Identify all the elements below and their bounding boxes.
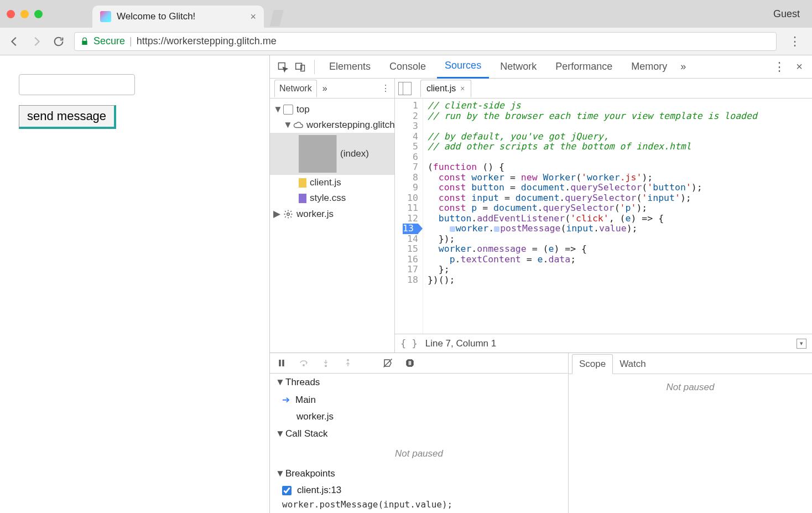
more-tabs-icon[interactable]: » xyxy=(680,61,686,72)
scroll-indicator-icon[interactable]: ▾ xyxy=(797,339,806,349)
editor-tab-label: client.js xyxy=(426,84,456,94)
code-area[interactable]: 123456789101112131415161718 // client-si… xyxy=(395,99,812,334)
more-nav-tabs-icon[interactable]: » xyxy=(322,84,327,94)
minimize-window-icon[interactable] xyxy=(20,10,29,18)
tab-performance[interactable]: Performance xyxy=(548,56,620,77)
thread-label: Main xyxy=(295,395,316,406)
svg-point-8 xyxy=(347,359,349,361)
reload-button[interactable] xyxy=(52,35,65,48)
threads-section[interactable]: ▼ Threads xyxy=(270,374,568,391)
close-window-icon[interactable] xyxy=(7,10,15,18)
tab-scope[interactable]: Scope xyxy=(572,354,613,374)
cursor-position: Line 7, Column 1 xyxy=(425,338,497,349)
thread-main[interactable]: ➔ Main xyxy=(270,391,568,408)
tab-network[interactable]: Network xyxy=(492,56,544,77)
svg-point-7 xyxy=(325,365,327,367)
new-tab-button[interactable] xyxy=(267,10,284,27)
svg-point-6 xyxy=(303,365,305,366)
chevron-down-icon: ▼ xyxy=(275,468,282,479)
browser-menu-icon[interactable]: ⋮ xyxy=(785,34,804,49)
breakpoint-code: worker.postMessage(input.value); xyxy=(270,498,568,513)
toolbar: Secure | https://workerstepping.glitch.m… xyxy=(0,28,812,55)
tree-label: (index) xyxy=(340,148,369,159)
device-toolbar-icon[interactable] xyxy=(293,60,308,74)
breakpoints-section[interactable]: ▼ Breakpoints xyxy=(270,465,568,483)
callstack-status: Not paused xyxy=(270,443,568,465)
debugger-left: ▼ Threads ➔ Main worker.js ▼ Call Stack … xyxy=(270,353,569,513)
cloud-icon xyxy=(293,120,303,130)
toggle-navigator-icon[interactable] xyxy=(398,82,412,95)
current-thread-icon: ➔ xyxy=(282,394,290,406)
thread-worker[interactable]: worker.js xyxy=(270,408,568,425)
line-gutter[interactable]: 123456789101112131415161718 xyxy=(395,99,423,334)
svg-point-3 xyxy=(287,213,290,215)
send-message-button[interactable]: send message xyxy=(19,105,116,129)
tab-memory[interactable]: Memory xyxy=(623,56,675,77)
editor-tabs: client.js × xyxy=(395,79,812,99)
breakpoint-entry[interactable]: client.js:13 xyxy=(270,483,568,498)
breakpoint-checkbox[interactable] xyxy=(282,486,292,495)
devtools-tabs: Elements Console Sources Network Perform… xyxy=(270,55,812,79)
breakpoint-file-label: client.js:13 xyxy=(297,485,341,496)
profile-label[interactable]: Guest xyxy=(773,8,800,20)
editor-tab-clientjs[interactable]: client.js × xyxy=(420,80,471,97)
tab-console[interactable]: Console xyxy=(382,56,434,77)
thread-label: worker.js xyxy=(296,411,334,422)
svg-rect-9 xyxy=(409,361,410,365)
debugger-toolbar xyxy=(270,353,568,374)
file-tree: ▼ top ▼ workerstepping.glitch (index) xyxy=(270,99,394,225)
section-label: Threads xyxy=(285,377,320,388)
document-icon xyxy=(299,135,337,173)
close-tab-icon[interactable]: × xyxy=(250,11,256,23)
step-over-icon xyxy=(298,357,310,369)
tree-worker[interactable]: ▶ worker.js xyxy=(270,206,394,222)
browser-tab[interactable]: Welcome to Glitch! × xyxy=(92,6,264,28)
debugger-right: Scope Watch Not paused xyxy=(569,353,812,513)
code-body[interactable]: // client-side js// run by the browser e… xyxy=(423,99,762,334)
pause-icon[interactable] xyxy=(275,357,288,369)
tree-file-index[interactable]: (index) xyxy=(270,133,394,175)
traffic-lights xyxy=(7,10,43,18)
favicon-icon xyxy=(100,11,111,22)
tab-watch[interactable]: Watch xyxy=(613,355,653,374)
message-input[interactable] xyxy=(19,74,135,95)
callstack-section[interactable]: ▼ Call Stack xyxy=(270,425,568,443)
tab-title: Welcome to Glitch! xyxy=(117,11,195,22)
address-bar[interactable]: Secure | https://workerstepping.glitch.m… xyxy=(74,32,777,51)
separator xyxy=(314,60,315,74)
page-content: send message xyxy=(0,55,270,513)
tree-file-stylecss[interactable]: style.css xyxy=(270,190,394,206)
pretty-print-icon[interactable]: { } xyxy=(400,338,418,349)
pause-on-exceptions-icon[interactable] xyxy=(404,357,416,369)
url-text: https://workerstepping.glitch.me xyxy=(137,35,277,47)
tab-elements[interactable]: Elements xyxy=(321,56,378,77)
tree-domain[interactable]: ▼ workerstepping.glitch xyxy=(270,117,394,133)
debugger-pane: ▼ Threads ➔ Main worker.js ▼ Call Stack … xyxy=(270,353,812,513)
tree-label: style.css xyxy=(310,193,346,204)
scope-status: Not paused xyxy=(569,374,812,398)
section-label: Call Stack xyxy=(285,428,328,439)
close-editor-tab-icon[interactable]: × xyxy=(460,84,465,93)
window-titlebar: Welcome to Glitch! × Guest xyxy=(0,0,812,28)
back-button[interactable] xyxy=(8,35,21,48)
chevron-right-icon: ▶ xyxy=(273,208,280,220)
tree-top[interactable]: ▼ top xyxy=(270,102,394,117)
chevron-down-icon: ▼ xyxy=(273,104,280,115)
inspect-element-icon[interactable] xyxy=(275,60,290,74)
close-devtools-icon[interactable]: × xyxy=(792,60,806,74)
gear-icon xyxy=(283,209,293,219)
forward-button xyxy=(30,35,43,48)
navigator-tab-network[interactable]: Network xyxy=(274,80,317,97)
tab-sources[interactable]: Sources xyxy=(437,55,489,79)
navigator-tabs: Network » ⋮ xyxy=(270,79,394,99)
devtools-menu-icon[interactable]: ⋮ xyxy=(770,60,789,74)
css-file-icon xyxy=(299,194,306,203)
navigator-menu-icon[interactable]: ⋮ xyxy=(381,83,390,94)
maximize-window-icon[interactable] xyxy=(34,10,43,18)
step-out-icon xyxy=(342,357,354,369)
file-navigator: Network » ⋮ ▼ top ▼ workers xyxy=(270,79,395,353)
tree-label: client.js xyxy=(310,177,341,188)
deactivate-breakpoints-icon[interactable] xyxy=(382,357,394,369)
tree-file-clientjs[interactable]: client.js xyxy=(270,175,394,190)
section-label: Breakpoints xyxy=(285,468,335,479)
